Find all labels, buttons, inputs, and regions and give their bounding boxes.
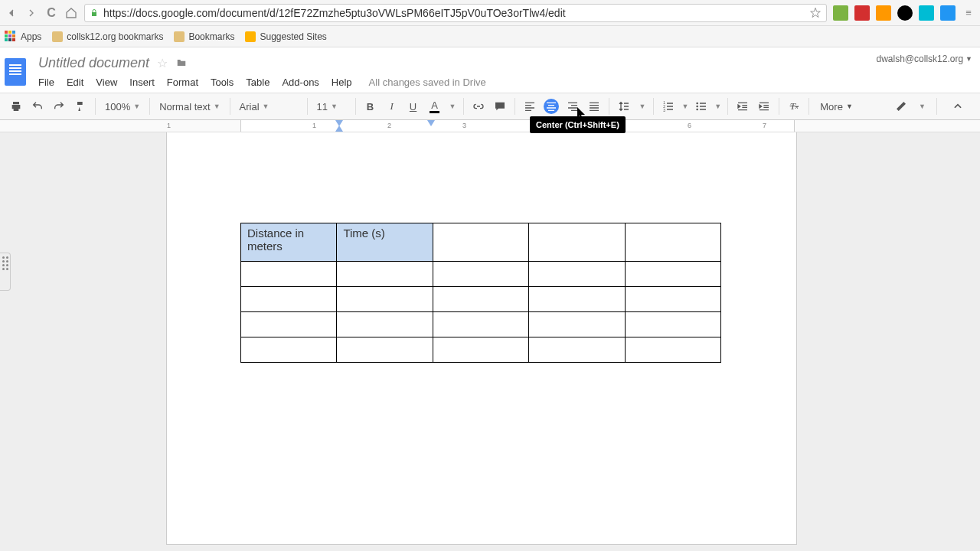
decrease-indent-button[interactable]: [733, 96, 753, 116]
table-cell[interactable]: [337, 312, 433, 337]
folder-icon[interactable]: [175, 57, 188, 68]
align-left-button[interactable]: [520, 96, 540, 116]
back-button[interactable]: [5, 6, 18, 20]
menu-insert[interactable]: Insert: [129, 77, 155, 88]
align-right-button[interactable]: [563, 96, 583, 116]
italic-button[interactable]: I: [382, 96, 402, 116]
table-row[interactable]: [241, 337, 721, 363]
table-cell[interactable]: [241, 287, 337, 312]
hide-menus-button[interactable]: [948, 96, 968, 116]
indent-marker-icon[interactable]: [335, 126, 343, 132]
star-icon[interactable]: ☆: [157, 56, 168, 70]
editing-mode-caret[interactable]: ▼: [919, 103, 926, 110]
align-justify-button[interactable]: [584, 96, 604, 116]
table-cell[interactable]: Time (s): [337, 223, 433, 262]
clear-formatting-button[interactable]: Tx: [784, 96, 804, 116]
table-cell[interactable]: [337, 287, 433, 312]
menu-edit[interactable]: Edit: [67, 77, 83, 88]
table-row[interactable]: [241, 312, 721, 337]
table-cell[interactable]: [241, 312, 337, 337]
font-size-dropdown[interactable]: 11▼: [312, 96, 351, 116]
document-title[interactable]: Untitled document: [38, 55, 149, 71]
menu-help[interactable]: Help: [332, 77, 352, 88]
table-cell[interactable]: [337, 337, 433, 363]
menu-format[interactable]: Format: [167, 77, 198, 88]
table-row[interactable]: Distance in meters Time (s): [241, 223, 721, 262]
style-dropdown[interactable]: Normal text▼: [155, 96, 224, 116]
bulleted-list-button[interactable]: [691, 96, 711, 116]
bookmark-star-icon[interactable]: [809, 7, 822, 19]
reload-button[interactable]: C: [44, 6, 58, 20]
insert-comment-button[interactable]: [490, 96, 510, 116]
text-color-caret[interactable]: ▼: [446, 103, 459, 110]
table-cell[interactable]: [241, 337, 337, 363]
bookmark-item[interactable]: Suggested Sites: [245, 31, 326, 42]
extension-icon[interactable]: [919, 5, 934, 21]
table-cell[interactable]: [529, 337, 625, 363]
extension-icon[interactable]: [876, 5, 891, 21]
insert-link-button[interactable]: [469, 96, 488, 116]
paint-format-button[interactable]: [70, 96, 90, 116]
table-cell[interactable]: [337, 262, 433, 287]
table-cell[interactable]: [241, 262, 337, 287]
bold-button[interactable]: B: [361, 96, 381, 116]
bookmark-item[interactable]: Bookmarks: [174, 31, 234, 42]
menu-table[interactable]: Table: [246, 77, 270, 88]
menu-tools[interactable]: Tools: [211, 77, 234, 88]
page[interactable]: Distance in meters Time (s): [166, 132, 797, 545]
document-canvas[interactable]: Distance in meters Time (s): [0, 132, 980, 551]
extension-icon[interactable]: [833, 5, 848, 21]
increase-indent-button[interactable]: [754, 96, 774, 116]
apps-button[interactable]: Apps: [5, 31, 41, 43]
table-row[interactable]: [241, 287, 721, 312]
print-button[interactable]: [6, 96, 26, 116]
line-spacing-button[interactable]: [614, 96, 634, 116]
editing-mode-button[interactable]: [891, 96, 911, 116]
table-cell[interactable]: [625, 223, 720, 262]
table-cell[interactable]: Distance in meters: [241, 223, 337, 262]
home-button[interactable]: [64, 6, 78, 20]
table-cell[interactable]: [433, 223, 528, 262]
more-button[interactable]: More▼: [814, 101, 859, 112]
table-cell[interactable]: [625, 262, 720, 287]
table-cell[interactable]: [625, 312, 720, 337]
undo-button[interactable]: [28, 96, 47, 116]
numbered-list-button[interactable]: 123: [658, 96, 678, 116]
document-table[interactable]: Distance in meters Time (s): [240, 223, 721, 363]
table-cell[interactable]: [625, 287, 720, 312]
align-center-button[interactable]: [541, 96, 561, 116]
font-dropdown[interactable]: Arial▼: [235, 96, 302, 116]
docs-logo[interactable]: [0, 52, 31, 93]
menu-addons[interactable]: Add-ons: [282, 77, 318, 88]
extension-icon[interactable]: [854, 5, 870, 21]
bookmark-item[interactable]: collsk12.org bookmarks: [52, 31, 163, 42]
numbered-list-caret[interactable]: ▼: [680, 103, 690, 110]
table-cell[interactable]: [433, 262, 528, 287]
text-color-button[interactable]: A: [425, 96, 445, 116]
zoom-dropdown[interactable]: 100%▼: [100, 96, 145, 116]
underline-button[interactable]: U: [403, 96, 423, 116]
bulleted-list-caret[interactable]: ▼: [713, 103, 723, 110]
table-cell[interactable]: [433, 337, 528, 363]
table-cell[interactable]: [529, 287, 625, 312]
table-cell[interactable]: [529, 312, 625, 337]
table-cell[interactable]: [433, 312, 528, 337]
line-spacing-caret[interactable]: ▼: [635, 103, 648, 110]
table-cell[interactable]: [625, 337, 720, 363]
menu-view[interactable]: View: [96, 77, 117, 88]
forward-button[interactable]: [24, 6, 38, 20]
ruler[interactable]: 1 1 2 3 4 5 6 7: [0, 120, 980, 132]
table-cell[interactable]: [529, 223, 625, 262]
redo-button[interactable]: [49, 96, 69, 116]
menu-file[interactable]: File: [38, 77, 54, 88]
table-row[interactable]: [241, 262, 721, 287]
table-cell[interactable]: [433, 287, 528, 312]
address-bar[interactable]: https://docs.google.com/document/d/12fE7…: [84, 4, 827, 22]
table-cell[interactable]: [529, 262, 625, 287]
chrome-menu-icon[interactable]: ≡: [962, 6, 975, 20]
indent-marker-icon[interactable]: [427, 120, 435, 126]
account-label[interactable]: dwalsh@collsk12.org▼: [877, 54, 973, 64]
extension-icon[interactable]: [940, 5, 956, 21]
extension-icon[interactable]: [897, 5, 913, 21]
explore-tab[interactable]: [0, 253, 11, 291]
